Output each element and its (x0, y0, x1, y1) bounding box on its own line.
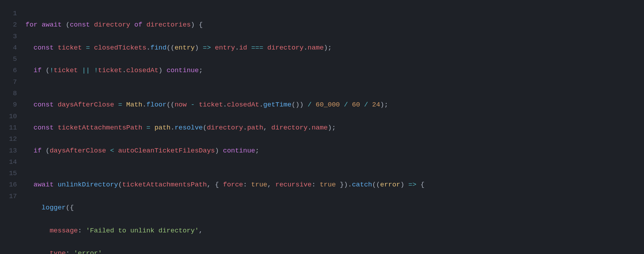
var-directory: directory (271, 124, 308, 132)
keyword-if: if (34, 67, 42, 74)
code-content[interactable]: for await (const directory of directorie… (25, 8, 644, 254)
fn-getTime: getTime (263, 101, 292, 109)
var-directory: directory (267, 44, 304, 52)
op-eqeqeq: === (251, 44, 263, 52)
keyword-await: await (34, 181, 54, 189)
var-directory: directory (207, 124, 243, 132)
var-daysAfterClose: daysAfterClose (58, 101, 114, 109)
var-daysAfterClose: daysAfterClose (49, 147, 106, 155)
keyword-const: const (34, 101, 54, 109)
num-60: 60 (352, 101, 360, 109)
keyword-for: for (25, 21, 37, 29)
var-autoCleanTicketFilesDays: autoCleanTicketFilesDays (118, 147, 215, 155)
fn-catch: catch (352, 181, 372, 189)
line-number: 9 (8, 99, 17, 110)
fn-unlinkDirectory: unlinkDirectory (58, 181, 118, 189)
line-number: 12 (8, 133, 17, 145)
line-number: 15 (8, 168, 17, 179)
obj-math: Math (126, 101, 142, 109)
op-div: / (364, 101, 368, 109)
keyword-const: const (34, 124, 54, 132)
fn-resolve: resolve (175, 124, 203, 132)
line-number: 17 (8, 191, 17, 202)
var-ticket: ticket (54, 67, 78, 74)
keyword-if: if (34, 147, 42, 155)
op-arrow: => (203, 44, 211, 52)
prop-closedAt: closedAt (227, 101, 259, 109)
code-line[interactable]: if (daysAfterClose < autoCleanTicketFile… (25, 145, 644, 156)
op-not: ! (94, 67, 98, 74)
code-line[interactable]: const ticket = closedTickets.find((entry… (25, 42, 644, 53)
keyword-const: const (70, 21, 90, 29)
code-editor[interactable]: 1 2 3 4 5 6 7 8 9 10 11 12 13 14 15 16 1… (0, 8, 644, 254)
line-number: 14 (8, 156, 17, 168)
var-directory: directory (94, 21, 130, 29)
fn-find: find (151, 44, 167, 52)
var-now: now (175, 101, 187, 109)
var-ticket: ticket (199, 101, 223, 109)
var-closedTickets: closedTickets (94, 44, 146, 52)
op-or: || (82, 67, 90, 74)
prop-name: name (308, 44, 324, 52)
op-assign: = (118, 101, 122, 109)
bool-true: true (251, 181, 268, 189)
code-line[interactable]: if (!ticket || !ticket.closedAt) continu… (25, 65, 644, 76)
str-error: 'error' (74, 249, 102, 254)
code-line[interactable]: for await (const directory of directorie… (25, 19, 644, 30)
str-failed: 'Failed to unlink directory' (86, 227, 199, 235)
line-number: 5 (8, 53, 17, 65)
line-number: 2 (8, 19, 17, 30)
op-lt: < (110, 147, 114, 155)
op-div: / (308, 101, 311, 109)
line-number: 3 (8, 31, 17, 42)
keyword-continue: continue (223, 147, 255, 155)
prop-closedAt: closedAt (126, 67, 158, 74)
bool-true: true (320, 181, 336, 189)
line-number: 13 (8, 145, 17, 156)
prop-name: name (312, 124, 328, 132)
var-ticketAttachmentsPath: ticketAttachmentsPath (58, 124, 142, 132)
code-line[interactable]: const daysAfterClose = Math.floor((now -… (25, 99, 644, 110)
line-number: 8 (8, 88, 17, 99)
param-entry: entry (175, 44, 195, 52)
line-number: 16 (8, 179, 17, 190)
op-assign: = (146, 124, 150, 132)
op-div: / (344, 101, 348, 109)
param-error: error (380, 181, 400, 189)
prop-recursive: recursive (275, 181, 312, 189)
line-number: 1 (8, 8, 17, 19)
prop-force: force (223, 181, 243, 189)
obj-path: path (154, 124, 171, 132)
prop-type: type (49, 249, 66, 254)
code-line[interactable]: message: 'Failed to unlink directory', (25, 225, 644, 236)
keyword-continue: continue (166, 67, 199, 74)
prop-message: message (49, 227, 78, 235)
keyword-await: await (42, 21, 62, 29)
num-60000: 60_000 (316, 101, 340, 109)
op-arrow: => (408, 181, 416, 189)
code-line[interactable]: logger({ (25, 202, 644, 213)
code-line[interactable]: type: 'error', (25, 248, 644, 254)
keyword-of: of (134, 21, 142, 29)
var-entry: entry (215, 44, 235, 52)
line-number: 11 (8, 122, 17, 133)
op-assign: = (86, 44, 90, 52)
var-ticket: ticket (98, 67, 122, 74)
line-number: 6 (8, 65, 17, 76)
var-ticketAttachmentsPath: ticketAttachmentsPath (122, 181, 207, 189)
code-line[interactable]: const ticketAttachmentsPath = path.resol… (25, 122, 644, 133)
line-number-gutter: 1 2 3 4 5 6 7 8 9 10 11 12 13 14 15 16 1… (0, 8, 25, 254)
var-ticket: ticket (58, 44, 82, 52)
var-directories: directories (146, 21, 191, 29)
fn-floor: floor (146, 101, 166, 109)
line-number: 7 (8, 76, 17, 88)
op-not: ! (49, 67, 53, 74)
prop-path: path (247, 124, 263, 132)
line-number: 10 (8, 111, 17, 122)
code-line[interactable]: await unlinkDirectory(ticketAttachmentsP… (25, 179, 644, 190)
op-minus: - (191, 101, 195, 109)
line-number: 4 (8, 42, 17, 53)
num-24: 24 (372, 101, 380, 109)
fn-logger: logger (42, 204, 66, 212)
keyword-const: const (34, 44, 54, 52)
